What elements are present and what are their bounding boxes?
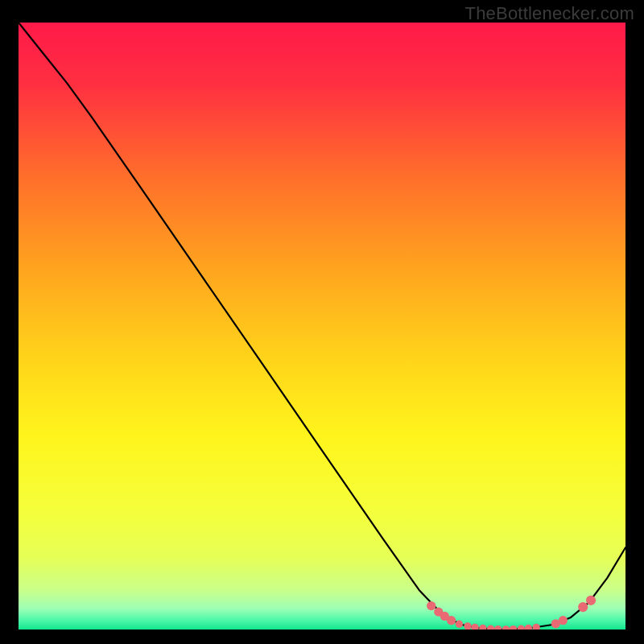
plot-svg (19, 23, 625, 630)
data-marker (456, 621, 463, 628)
data-marker (427, 601, 436, 610)
attribution-text: TheBottlenecker.com (465, 3, 634, 24)
plot-area (19, 23, 625, 630)
data-marker (447, 616, 456, 625)
data-marker (559, 616, 568, 625)
gradient-background (19, 23, 625, 630)
data-marker (578, 602, 588, 612)
chart-frame: TheBottlenecker.com (0, 0, 644, 644)
data-marker (586, 596, 596, 605)
